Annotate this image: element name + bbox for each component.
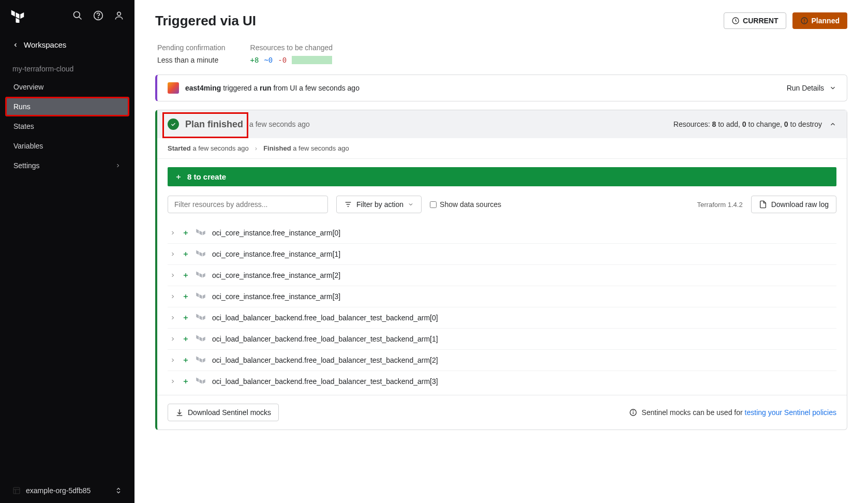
resource-row[interactable]: oci_core_instance.free_instance_arm[3] [168,286,836,307]
svg-marker-29 [200,252,202,257]
svg-marker-44 [200,316,202,320]
svg-point-64 [633,411,634,411]
terraform-icon [196,376,206,387]
svg-marker-45 [203,316,205,320]
search-icon[interactable] [72,10,83,21]
sidebar-item-overview[interactable]: Overview [0,77,134,97]
download-raw-log[interactable]: Download raw log [751,196,836,213]
resource-row[interactable]: oci_core_instance.free_instance_arm[0] [168,223,836,243]
create-banner[interactable]: 8 to create [168,167,836,186]
svg-marker-3 [16,18,20,23]
svg-point-7 [98,18,99,18]
page-title: Triggered via UI [155,13,256,29]
svg-marker-23 [196,229,199,234]
svg-marker-43 [196,314,199,319]
terraform-icon [196,270,206,280]
sidebar-item-settings[interactable]: Settings [0,156,134,175]
org-switcher[interactable]: example-org-5dfb85 [0,478,134,503]
svg-marker-49 [200,337,202,342]
triggered-card: east4ming triggered a run from UI a few … [155,75,847,101]
terraform-icon [196,228,206,238]
svg-point-15 [804,22,804,23]
sidebar-item-states[interactable]: States [0,116,134,136]
svg-marker-0 [11,10,15,17]
planned-button[interactable]: Planned [792,12,847,29]
svg-marker-1 [16,12,20,19]
svg-marker-50 [203,337,205,342]
resource-address: oci_load_balancer_backend.free_load_bala… [212,356,438,364]
workspace-name: my-terraform-cloud [0,58,134,77]
resource-address: oci_core_instance.free_instance_arm[1] [212,250,340,258]
download-sentinel-mocks[interactable]: Download Sentinel mocks [168,404,279,421]
terraform-icon [196,291,206,302]
change-del: -0 [278,56,287,64]
resource-address: oci_load_balancer_backend.free_load_bala… [212,335,438,343]
started-line: Started a few seconds ago [168,144,249,152]
svg-marker-35 [203,273,205,278]
plus-icon [182,357,189,364]
resource-row[interactable]: oci_load_balancer_backend.free_load_bala… [168,349,836,371]
svg-marker-25 [203,231,205,235]
svg-marker-60 [203,379,205,384]
chevron-down-icon [829,84,836,92]
finished-line: Finished a few seconds ago [263,144,349,152]
run-details-toggle[interactable]: Run Details [787,84,836,92]
filter-by-action[interactable]: Filter by action [336,196,422,213]
resource-row[interactable]: oci_load_balancer_backend.free_load_bala… [168,307,836,328]
change-bar [292,56,332,64]
chevron-up-icon[interactable] [829,121,836,128]
svg-marker-58 [196,378,199,382]
svg-marker-53 [196,357,199,361]
resource-row[interactable]: oci_load_balancer_backend.free_load_bala… [168,371,836,392]
chevron-right-icon [170,336,176,342]
file-icon [759,200,767,209]
svg-marker-38 [196,293,199,298]
resource-row[interactable]: oci_core_instance.free_instance_arm[1] [168,243,836,264]
terraform-logo-icon [10,8,25,23]
back-to-workspaces[interactable]: Workspaces [0,31,134,58]
pending-value: Less than a minute [157,56,226,64]
chevron-right-icon [170,230,176,236]
terraform-icon [196,355,206,365]
plan-status-time: a few seconds ago [249,120,310,128]
resource-address: oci_core_instance.free_instance_arm[3] [212,292,340,301]
user-icon[interactable] [114,10,124,21]
help-icon[interactable] [93,10,103,21]
svg-marker-30 [203,252,205,257]
plus-icon [182,250,189,258]
terraform-icon [196,313,206,323]
resource-address: oci_core_instance.free_instance_arm[0] [212,229,340,237]
resource-row[interactable]: oci_load_balancer_backend.free_load_bala… [168,328,836,349]
pending-label: Pending confirmation [157,43,226,52]
show-data-sources[interactable]: Show data sources [430,200,501,209]
plus-icon [182,378,189,385]
filter-input[interactable] [168,196,328,213]
sentinel-note-text: Sentinel mocks can be used for testing y… [641,408,836,417]
triggered-text: east4ming triggered a run from UI a few … [185,84,360,92]
plus-icon [182,314,189,321]
change-add: +8 [250,56,259,64]
svg-marker-54 [200,358,202,363]
avatar [168,82,179,94]
main-content: Triggered via UI CURRENT Planned Pending… [134,0,868,503]
sidebar-item-runs[interactable]: Runs [5,97,129,116]
svg-point-8 [117,12,121,16]
info-icon [629,408,637,417]
resource-row[interactable]: oci_core_instance.free_instance_arm[2] [168,264,836,286]
show-data-checkbox[interactable] [430,201,437,208]
clock-icon [731,17,740,25]
svg-marker-24 [200,231,202,235]
current-button[interactable]: CURRENT [724,12,786,29]
chevron-down-icon [408,201,414,208]
svg-marker-55 [203,358,205,363]
updown-icon [115,487,122,494]
sidebar-item-variables[interactable]: Variables [0,136,134,156]
org-icon [12,486,21,495]
download-icon [175,408,184,417]
sentinel-link[interactable]: testing your Sentinel policies [745,408,836,417]
chevron-right-icon [170,293,176,300]
svg-marker-48 [196,335,199,340]
chevron-right-icon [170,378,176,384]
svg-marker-40 [203,294,205,299]
plan-summary: Resources: 8 to add, 0 to change, 0 to d… [674,120,822,128]
